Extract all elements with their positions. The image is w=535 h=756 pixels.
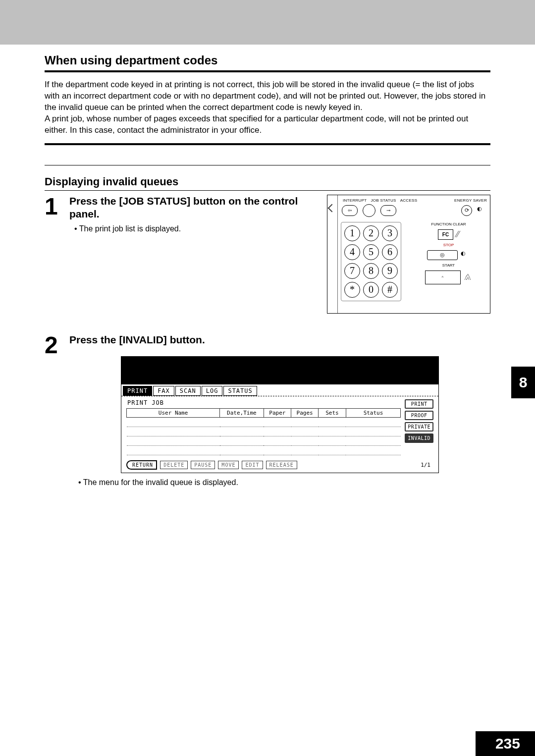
step-2-body: Press the [INVALID] button. PRINT FAX SC… bbox=[69, 333, 490, 487]
key-8[interactable]: 8 bbox=[363, 263, 379, 279]
table-row[interactable] bbox=[127, 427, 401, 436]
side-button-column: PRINT PROOF PRIVATE INVALID bbox=[405, 399, 433, 443]
table-row[interactable] bbox=[127, 445, 401, 455]
start-button[interactable]: ^ bbox=[425, 270, 461, 284]
label-interrupt: INTERRUPT bbox=[343, 198, 367, 203]
panel-body: 1 2 3 4 5 6 7 8 bbox=[341, 222, 487, 301]
label-stop: STOP bbox=[443, 243, 454, 247]
key-7[interactable]: 7 bbox=[344, 263, 360, 279]
col-date: Date,Time bbox=[220, 408, 264, 417]
col-status: Status bbox=[346, 408, 401, 417]
key-4[interactable]: 4 bbox=[344, 244, 360, 260]
panel-edge bbox=[327, 195, 338, 313]
function-clear-button[interactable]: FC bbox=[438, 229, 453, 240]
tab-fax[interactable]: FAX bbox=[153, 386, 174, 396]
label-access: ACCESS bbox=[400, 198, 418, 203]
section-title-dept-codes: When using department codes bbox=[45, 54, 490, 67]
interrupt-button[interactable]: ⇦ bbox=[342, 205, 358, 216]
key-2[interactable]: 2 bbox=[363, 225, 379, 241]
col-pages: Pages bbox=[291, 408, 319, 417]
col-sets: Sets bbox=[319, 408, 346, 417]
step-2-number: 2 bbox=[45, 333, 64, 357]
key-3[interactable]: 3 bbox=[382, 225, 398, 241]
energy-led-icon: ◐ bbox=[477, 206, 487, 216]
step-2: 2 Press the [INVALID] button. PRINT FAX … bbox=[45, 333, 490, 487]
para-dept-2: A print job, whose number of pages excee… bbox=[45, 113, 490, 136]
step-1-title: Press the [JOB STATUS] button on the con… bbox=[69, 195, 322, 221]
top-margin-gray bbox=[0, 0, 535, 45]
move-button[interactable]: MOVE bbox=[218, 461, 239, 469]
page-indicator: 1/1 bbox=[421, 462, 433, 468]
return-button[interactable]: RETURN bbox=[126, 460, 157, 470]
chapter-tab: 8 bbox=[511, 367, 535, 398]
side-private-button[interactable]: PRIVATE bbox=[405, 422, 433, 432]
step-1: 1 Press the [JOB STATUS] button on the c… bbox=[45, 195, 490, 314]
screen-tab-row: PRINT FAX SCAN LOG STATUS bbox=[121, 384, 438, 396]
key-5[interactable]: 5 bbox=[363, 244, 379, 260]
screen-bottom-row: RETURN DELETE PAUSE MOVE EDIT RELEASE 1/… bbox=[126, 460, 433, 470]
col-user: User Name bbox=[127, 408, 220, 417]
panel-top-labels: INTERRUPT JOB STATUS ACCESS ENERGY SAVER bbox=[341, 198, 487, 203]
table-row[interactable] bbox=[127, 436, 401, 445]
key-6[interactable]: 6 bbox=[382, 244, 398, 260]
panel-main: INTERRUPT JOB STATUS ACCESS ENERGY SAVER… bbox=[338, 195, 490, 313]
slash-icon: ⁄⁄ bbox=[456, 229, 459, 240]
step-2-bullet: The menu for the invalid queue is displa… bbox=[78, 478, 490, 487]
table-row[interactable] bbox=[127, 417, 401, 427]
rule-thin-2 bbox=[45, 190, 490, 191]
delete-button[interactable]: DELETE bbox=[160, 461, 188, 469]
panel-right-column: FUNCTION CLEAR FC ⁄⁄ STOP ◎ ◐ START bbox=[410, 222, 487, 301]
key-0[interactable]: 0 bbox=[363, 282, 379, 298]
page-number: 235 bbox=[476, 731, 535, 756]
jobstatus-button[interactable] bbox=[363, 204, 375, 217]
label-jobstatus: JOB STATUS bbox=[371, 198, 396, 203]
screen-header-black bbox=[121, 357, 438, 384]
job-list-area: PRINT JOB User Name Date,Time Paper Page… bbox=[126, 398, 401, 455]
tab-status[interactable]: STATUS bbox=[223, 386, 257, 396]
key-1[interactable]: 1 bbox=[344, 225, 360, 241]
side-proof-button[interactable]: PROOF bbox=[405, 411, 433, 420]
panel-top-buttons: ⇦ ⊸ ⟳ ◐ bbox=[341, 204, 487, 217]
tab-log[interactable]: LOG bbox=[202, 386, 223, 396]
label-function-clear: FUNCTION CLEAR bbox=[431, 222, 466, 226]
touchscreen-diagram: PRINT FAX SCAN LOG STATUS PRINT JOB bbox=[121, 356, 439, 473]
numeric-keypad: 1 2 3 4 5 6 7 8 bbox=[341, 222, 401, 301]
pause-button[interactable]: PAUSE bbox=[191, 461, 215, 469]
tab-scan[interactable]: SCAN bbox=[175, 386, 201, 396]
edit-button[interactable]: EDIT bbox=[242, 461, 263, 469]
rule-thin bbox=[45, 165, 490, 165]
control-panel-diagram: INTERRUPT JOB STATUS ACCESS ENERGY SAVER… bbox=[327, 195, 490, 314]
key-9[interactable]: 9 bbox=[382, 263, 398, 279]
stop-led-icon: ◐ bbox=[461, 250, 471, 260]
job-table: User Name Date,Time Paper Pages Sets Sta… bbox=[126, 408, 401, 455]
side-print-button[interactable]: PRINT bbox=[405, 399, 433, 409]
page-content: When using department codes If the depar… bbox=[0, 54, 535, 487]
label-start: START bbox=[442, 263, 455, 268]
rule-heavy-2 bbox=[45, 143, 490, 145]
manual-page: When using department codes If the depar… bbox=[0, 0, 535, 756]
step-1-number: 1 bbox=[45, 195, 64, 218]
stop-button[interactable]: ◎ bbox=[427, 250, 458, 260]
tab-print[interactable]: PRINT bbox=[123, 386, 152, 396]
para-dept-1: If the department code keyed in at print… bbox=[45, 79, 490, 113]
start-icon: ⩓ bbox=[464, 272, 473, 282]
label-energy: ENERGY SAVER bbox=[454, 198, 487, 203]
step-1-body: Press the [JOB STATUS] button on the con… bbox=[69, 195, 322, 234]
job-list-title: PRINT JOB bbox=[127, 399, 401, 406]
side-invalid-button[interactable]: INVALID bbox=[405, 433, 433, 443]
rule-heavy bbox=[45, 70, 490, 72]
key-hash[interactable]: # bbox=[382, 282, 398, 298]
step-1-bullet: The print job list is displayed. bbox=[74, 224, 322, 233]
energy-saver-button[interactable]: ⟳ bbox=[461, 205, 472, 216]
access-button[interactable]: ⊸ bbox=[380, 205, 396, 216]
col-paper: Paper bbox=[264, 408, 291, 417]
section-title-invalid-queues: Displaying invalid queues bbox=[45, 175, 490, 188]
key-star[interactable]: * bbox=[344, 282, 360, 298]
screen-body: PRINT JOB User Name Date,Time Paper Page… bbox=[121, 396, 438, 473]
release-button[interactable]: RELEASE bbox=[266, 461, 297, 469]
step-2-title: Press the [INVALID] button. bbox=[69, 333, 490, 346]
